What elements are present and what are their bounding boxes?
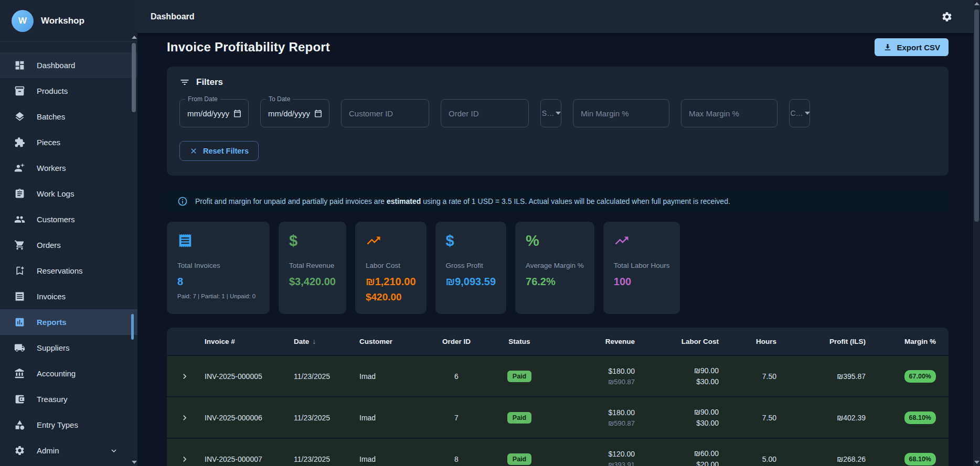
status-badge: Paid (507, 453, 531, 465)
cart-icon (14, 240, 25, 251)
reset-filters-button[interactable]: Reset Filters (179, 141, 259, 161)
calendar-icon[interactable] (233, 109, 242, 118)
header-status[interactable]: Status (488, 338, 551, 345)
scroll-up-icon[interactable] (132, 36, 137, 39)
table-row[interactable]: INV-2025-000006 11/23/2025 Imad 7 Paid $… (167, 396, 949, 438)
sidebar-item-batches[interactable]: Batches (0, 104, 137, 129)
customer-id-input[interactable] (349, 109, 422, 118)
max-margin-input[interactable] (689, 109, 771, 118)
sidebar-item-suppliers[interactable]: Suppliers (0, 335, 137, 361)
export-csv-button[interactable]: Export CSV (875, 38, 949, 56)
header-labor-cost[interactable]: Labor Cost (635, 338, 719, 345)
cell-profit: ₪268.26 (776, 455, 866, 463)
stat-label: Total Revenue (289, 262, 336, 269)
page-scrollbar-thumb[interactable] (974, 9, 979, 222)
people-icon (14, 214, 25, 225)
truck-icon (14, 342, 25, 354)
sidebar-item-dashboard[interactable]: Dashboard (0, 52, 137, 78)
cell-revenue-usd: $120.00 (608, 450, 635, 458)
header-invoice[interactable]: Invoice # (205, 338, 294, 345)
header-profit[interactable]: Profit (ILS) (776, 338, 866, 345)
sidebar-item-work-logs[interactable]: Work Logs (0, 181, 137, 207)
receipt-icon (177, 232, 259, 249)
max-margin-field[interactable] (681, 99, 777, 127)
sidebar-item-label: Reservations (37, 266, 83, 275)
order-id-input[interactable] (449, 109, 522, 118)
estimation-info-banner: Profit and margin for unpaid and partial… (167, 190, 949, 212)
gear-icon (14, 445, 25, 457)
header-revenue[interactable]: Revenue (551, 338, 635, 345)
sidebar-item-orders[interactable]: Orders (0, 232, 137, 258)
sidebar-item-label: Work Logs (37, 189, 74, 198)
order-id-field[interactable] (441, 99, 529, 127)
header-margin[interactable]: Margin % (866, 338, 936, 345)
sidebar-item-label: Invoices (37, 292, 66, 301)
sidebar-item-label: Entry Types (37, 420, 78, 429)
chevron-down-icon[interactable] (109, 446, 119, 456)
scroll-down-icon[interactable] (132, 461, 137, 464)
settings-gear-icon[interactable] (941, 11, 953, 23)
header-hours[interactable]: Hours (719, 338, 776, 345)
chevron-right-icon[interactable] (179, 413, 205, 423)
cell-order-id: 6 (425, 372, 488, 381)
cell-customer: Imad (359, 455, 425, 463)
table-header-row: Invoice # Date↓ Customer Order ID Status… (167, 328, 949, 355)
table-row[interactable]: INV-2025-000005 11/23/2025 Imad 6 Paid $… (167, 355, 949, 396)
sidebar-scrollbar-thumb[interactable] (132, 43, 136, 112)
page-scrollbar[interactable] (973, 0, 980, 466)
header-customer[interactable]: Customer (359, 338, 425, 345)
sidebar-item-label: Batches (37, 112, 65, 121)
cell-labor-ils: ₪60.00 (694, 449, 719, 458)
sidebar-scrollbar[interactable] (131, 35, 137, 465)
from-date-label: From Date (185, 95, 220, 103)
brand-avatar: W (12, 10, 34, 32)
sidebar-item-entry-types[interactable]: Entry Types (0, 412, 137, 438)
sidebar-item-products[interactable]: Products (0, 78, 137, 104)
bookmark-add-icon (14, 265, 25, 277)
status-select[interactable]: S… (540, 99, 561, 127)
header-order-id[interactable]: Order ID (425, 338, 488, 345)
sidebar-item-customers[interactable]: Customers (0, 207, 137, 232)
topbar-title: Dashboard (151, 12, 195, 21)
sidebar-item-invoices[interactable]: Invoices (0, 284, 137, 309)
calendar-icon[interactable] (314, 109, 323, 118)
sidebar-item-label: Accounting (37, 369, 76, 378)
category-icon (14, 419, 25, 431)
sidebar-item-accounting[interactable]: Accounting (0, 361, 137, 386)
sidebar-item-label: Workers (37, 164, 66, 172)
to-date-field[interactable]: To Date mm/dd/yyyy (260, 99, 329, 127)
chevron-right-icon[interactable] (179, 371, 205, 382)
trending-up-icon (614, 232, 670, 249)
stat-value: $3,420.00 (289, 276, 336, 288)
cell-revenue-ils: ₪590.87 (608, 378, 635, 386)
sidebar-nav: Dashboard Products Batches Pieces Worker… (0, 42, 137, 463)
table-row[interactable]: INV-2025-000007 11/23/2025 Imad 8 Paid $… (167, 438, 949, 466)
from-date-value: mm/dd/yyyy (187, 109, 229, 118)
bar-chart-icon (14, 317, 25, 328)
customer-id-field[interactable] (341, 99, 429, 127)
sidebar-item-admin[interactable]: Admin (0, 438, 137, 463)
stat-value: 76.2% (526, 276, 584, 288)
sidebar-item-reports[interactable]: Reports (0, 309, 137, 335)
percent-icon: % (526, 232, 584, 249)
sidebar-item-reservations[interactable]: Reservations (0, 258, 137, 284)
currency-select[interactable]: C… (789, 99, 810, 127)
min-margin-field[interactable] (573, 99, 669, 127)
min-margin-input[interactable] (581, 109, 663, 118)
status-select-value: S… (542, 109, 554, 117)
cell-labor-usd: $30.00 (696, 377, 719, 386)
dropdown-caret-icon (805, 112, 810, 115)
cell-revenue-ils: ₪393.91 (608, 461, 635, 466)
cell-labor-usd: $20.00 (696, 460, 719, 466)
header-date[interactable]: Date↓ (294, 337, 359, 345)
sidebar-item-workers[interactable]: Workers (0, 155, 137, 181)
chevron-right-icon[interactable] (179, 454, 205, 464)
sidebar-item-pieces[interactable]: Pieces (0, 129, 137, 155)
status-badge: Paid (507, 412, 531, 424)
from-date-field[interactable]: From Date mm/dd/yyyy (179, 99, 249, 127)
scroll-up-icon[interactable] (974, 2, 979, 5)
cell-order-id: 8 (425, 455, 488, 463)
cell-profit: ₪395.87 (776, 372, 866, 381)
scroll-down-icon[interactable] (974, 461, 979, 464)
sidebar-item-treasury[interactable]: Treasury (0, 386, 137, 412)
